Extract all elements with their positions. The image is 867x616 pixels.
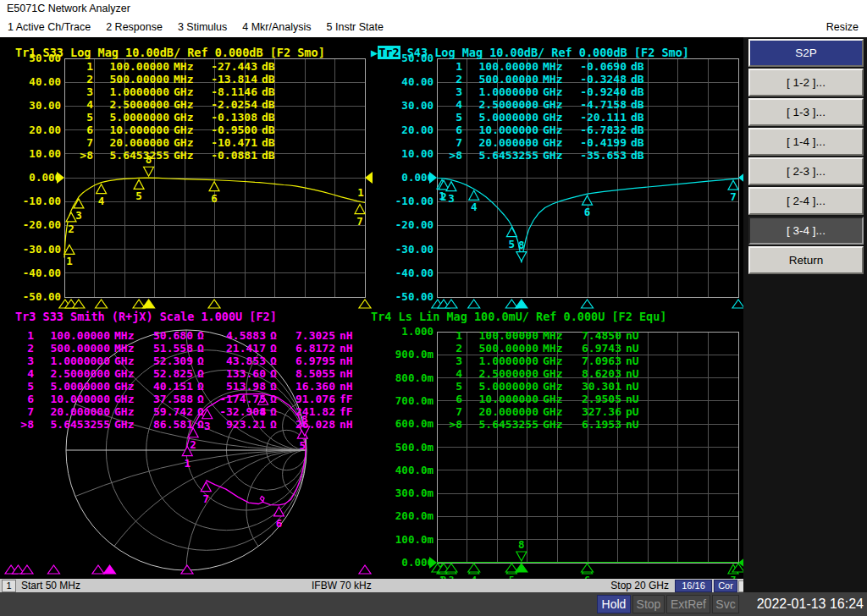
marker-table-cell: Ω bbox=[193, 355, 208, 367]
marker-table-cell: Ω bbox=[266, 367, 281, 380]
instrument-state-bar: Hold Stop ExtRef Svc 2022-01-13 16:24 bbox=[0, 592, 867, 616]
marker-table-cell: >8 bbox=[442, 418, 462, 431]
marker-table-cell: 10.000000 bbox=[462, 393, 538, 405]
marker-table-cell: -2.0254 bbox=[200, 98, 257, 111]
trace-header-text: S33 Smith (R+jX) Scale 1.000U [F2] bbox=[36, 310, 276, 323]
menu-resize[interactable]: Resize bbox=[826, 18, 859, 37]
softkey--1-4-[interactable]: [ 1-4 ]... bbox=[748, 128, 864, 156]
axis-tick-label: 700.0m bbox=[386, 395, 434, 407]
marker-table-cell: 6 bbox=[73, 124, 93, 136]
marker-table-cell: 40.151 bbox=[141, 380, 193, 393]
axis-tick-label: 30.00 bbox=[14, 100, 61, 112]
marker-table-cell: 3 bbox=[442, 85, 462, 98]
marker-table-cell: 327.36 bbox=[569, 405, 621, 418]
marker-table-cell: 6.1953 bbox=[569, 418, 621, 431]
marker-table-cell: nH bbox=[335, 367, 357, 380]
marker-table-cell: dB bbox=[257, 85, 281, 98]
axis-tick-label: -50.00 bbox=[14, 291, 61, 303]
marker-table-row: 720.000000GHz59.742Ω-32.908Ω241.82fF bbox=[14, 405, 357, 418]
marker-table-cell: GHz bbox=[538, 367, 569, 380]
marker-table-row: 2500.00000MHz-0.3248dB bbox=[442, 73, 650, 85]
marker-table-cell: -32.908 bbox=[208, 405, 266, 418]
trace-header-tr1[interactable]: Tr1 S33 Log Mag 10.00dB/ Ref 0.000dB [F2… bbox=[15, 46, 325, 58]
marker-table-cell: nU bbox=[621, 342, 645, 355]
softkey--2-4-[interactable]: [ 2-4 ]... bbox=[748, 187, 864, 215]
marker-table-cell: 30.301 bbox=[569, 380, 621, 393]
marker-table-cell: nH bbox=[335, 418, 357, 431]
softkey--1-3-[interactable]: [ 1-3 ]... bbox=[748, 98, 864, 126]
marker-table-cell: MHz bbox=[538, 342, 569, 355]
softkey--2-3-[interactable]: [ 2-3 ]... bbox=[748, 157, 864, 185]
marker-table-cell: nH bbox=[335, 380, 357, 393]
marker-table-cell: 6.9743 bbox=[569, 342, 621, 355]
trace-header-tr3[interactable]: Tr3 S33 Smith (R+jX) Scale 1.000U [F2] bbox=[15, 310, 277, 322]
axis-tick-label: -40.00 bbox=[14, 267, 61, 279]
softkey-s2p[interactable]: S2P bbox=[748, 39, 864, 67]
marker-table-cell: GHz bbox=[169, 124, 200, 136]
marker-table-cell: MHz bbox=[169, 60, 200, 73]
marker-table-cell: >8 bbox=[14, 418, 34, 431]
softkey-return[interactable]: Return bbox=[748, 246, 864, 274]
marker-table-cell: GHz bbox=[538, 355, 569, 367]
marker-table-cell: MHz bbox=[110, 342, 141, 355]
marker-table-cell: GHz bbox=[538, 98, 569, 111]
marker-table-cell: Ω bbox=[266, 342, 281, 355]
marker-table-cell: dB bbox=[627, 149, 650, 162]
marker-table-cell: MHz bbox=[110, 329, 141, 342]
marker-table-cell: 2.9505 bbox=[569, 393, 621, 405]
menu-2-response[interactable]: 2 Response bbox=[106, 18, 163, 37]
menu-1-active-ch-trace[interactable]: 1 Active Ch/Trace bbox=[8, 18, 91, 37]
marker-table-cell: 8.6203 bbox=[569, 367, 621, 380]
marker-table-cell: 10.000000 bbox=[34, 393, 110, 405]
axis-tick-label: -30.00 bbox=[386, 244, 434, 256]
window-title: E5071C Network Analyzer bbox=[0, 0, 867, 18]
marker-table-cell: 10.000000 bbox=[93, 124, 169, 136]
marker-table-cell: 2.5000000 bbox=[462, 367, 538, 380]
softkey--1-2-[interactable]: [ 1-2 ]... bbox=[748, 69, 864, 96]
axis-tick-label: -50.00 bbox=[386, 291, 434, 303]
marker-table-cell: 500.00000 bbox=[462, 342, 538, 355]
channel-number: 1 bbox=[2, 580, 16, 592]
ifbw-label: IFBW 70 kHz bbox=[312, 580, 372, 591]
marker-table-cell: 7.0963 bbox=[569, 355, 621, 367]
axis-tick-label: 40.00 bbox=[14, 76, 61, 88]
marker-table-cell: -20.111 bbox=[569, 111, 627, 124]
svg-text:6: 6 bbox=[276, 517, 283, 530]
menu-5-instr-state[interactable]: 5 Instr State bbox=[327, 18, 384, 37]
marker-table-cell: 7.4850 bbox=[569, 329, 621, 342]
marker-table-cell: 2.5000000 bbox=[34, 367, 110, 380]
marker-table-cell: 5 bbox=[442, 380, 462, 393]
axis-tick-label: 300.0m bbox=[386, 487, 434, 499]
softkey--3-4-[interactable]: [ 3-4 ]... bbox=[748, 217, 864, 245]
marker-table-cell: 4 bbox=[14, 367, 34, 380]
marker-table-cell: Ω bbox=[266, 380, 281, 393]
svg-text:1: 1 bbox=[357, 186, 364, 199]
axis-tick-label: 20.00 bbox=[14, 124, 61, 136]
marker-table-cell: 2 bbox=[14, 342, 34, 355]
marker-table-cell: 52.825 bbox=[141, 367, 193, 380]
trace-header-tr4[interactable]: Tr4 Ls Lin Mag 100.0mU/ Ref 0.000U [F2 E… bbox=[371, 310, 667, 322]
axis-tick-label: 900.0m bbox=[386, 349, 434, 360]
marker-table-cell: 6 bbox=[442, 124, 462, 136]
marker-table-cell: pU bbox=[621, 405, 645, 418]
menu-4-mkr-analysis[interactable]: 4 Mkr/Analysis bbox=[242, 18, 311, 37]
marker-table-cell: fF bbox=[335, 405, 357, 418]
menu-3-stimulus[interactable]: 3 Stimulus bbox=[178, 18, 227, 37]
marker-table-cell: GHz bbox=[169, 85, 200, 98]
marker-table-cell: nH bbox=[335, 355, 357, 367]
marker-table-cell: nH bbox=[335, 329, 357, 342]
axis-tick-label: 500.0m bbox=[386, 442, 434, 454]
status-bar: 1 Start 50 MHz IFBW 70 kHz Stop 20 GHz 1… bbox=[0, 579, 743, 592]
marker-table-cell: MHz bbox=[169, 73, 200, 85]
marker-table-row: 2500.00000MHz6.9743nU bbox=[442, 342, 645, 355]
svg-text:4: 4 bbox=[98, 195, 105, 207]
marker-table-cell: Ω bbox=[266, 393, 281, 405]
marker-table-cell: 20.000000 bbox=[93, 136, 169, 149]
svg-text:3: 3 bbox=[448, 192, 455, 205]
marker-table-cell: dB bbox=[257, 111, 281, 124]
marker-table-row: 55.0000000GHz30.301nU bbox=[442, 380, 645, 393]
sweep-stop-label: Stop 20 GHz bbox=[538, 580, 669, 591]
marker-table-row: 720.000000GHz327.36pU bbox=[442, 405, 645, 418]
marker-table-cell: GHz bbox=[169, 136, 200, 149]
marker-table-row: 610.000000GHz2.9505nU bbox=[442, 393, 645, 405]
